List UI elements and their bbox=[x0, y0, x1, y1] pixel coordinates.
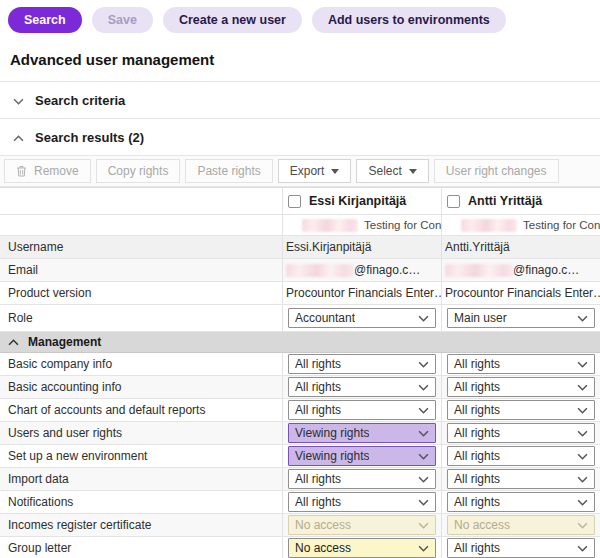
button-label: Remove bbox=[34, 164, 79, 178]
select-button[interactable]: Select bbox=[356, 159, 428, 183]
selected-option: All rights bbox=[454, 472, 500, 486]
table-row: RoleAccountantMain user bbox=[0, 305, 600, 332]
rights-select[interactable]: All rights bbox=[447, 377, 595, 397]
button-label: Select bbox=[368, 164, 401, 178]
chevron-down-icon bbox=[418, 384, 429, 391]
rights-select[interactable]: All rights bbox=[288, 492, 436, 512]
rights-select[interactable]: All rights bbox=[447, 423, 595, 443]
rights-select[interactable]: Viewing rights bbox=[288, 423, 436, 443]
row-label: Product version bbox=[0, 282, 282, 304]
results-table: Essi KirjanpitäjäAntti YrittäjäTesting f… bbox=[0, 187, 600, 558]
user-checkbox[interactable] bbox=[288, 195, 301, 208]
role-select[interactable]: Accountant bbox=[288, 308, 436, 328]
role-select[interactable]: Main user bbox=[447, 308, 595, 328]
rights-select[interactable]: No access bbox=[288, 515, 436, 535]
rights-select[interactable]: All rights bbox=[447, 354, 595, 374]
chevron-down-icon bbox=[577, 361, 588, 368]
chevron-down-icon bbox=[418, 315, 429, 322]
chevron-down-icon bbox=[577, 384, 588, 391]
username-cell: Essi.Kirjanpitäjä bbox=[282, 236, 441, 258]
row-label: Group letter bbox=[0, 537, 282, 558]
rights-select[interactable]: All rights bbox=[447, 446, 595, 466]
user-column-header: Antti Yrittäjä bbox=[441, 188, 600, 214]
copy-rights-button[interactable]: Copy rights bbox=[96, 159, 181, 183]
rights-select[interactable]: Viewing rights bbox=[288, 446, 436, 466]
product-version-cell: Procountor Financials Enter… bbox=[282, 282, 441, 304]
rights-select[interactable]: All rights bbox=[288, 377, 436, 397]
rights-select[interactable]: All rights bbox=[447, 492, 595, 512]
search-button[interactable]: Search bbox=[8, 7, 82, 33]
value-cell: All rights bbox=[441, 399, 600, 421]
row-label bbox=[0, 215, 282, 235]
email-cell: @finago.c… bbox=[282, 259, 441, 281]
group-label: Management bbox=[28, 335, 101, 349]
chevron-down-icon bbox=[577, 522, 588, 529]
rights-select[interactable]: All rights bbox=[447, 538, 595, 558]
chevron-down-icon bbox=[418, 476, 429, 483]
chevron-up-icon bbox=[13, 130, 24, 145]
table-row: Basic accounting infoAll rightsAll right… bbox=[0, 376, 600, 399]
chevron-down-icon bbox=[577, 430, 588, 437]
chevron-down-icon bbox=[418, 361, 429, 368]
selected-option: All rights bbox=[295, 380, 341, 394]
value-cell: All rights bbox=[441, 376, 600, 398]
value-cell: No access bbox=[282, 537, 441, 558]
value-cell: All rights bbox=[282, 468, 441, 490]
rights-select[interactable]: All rights bbox=[288, 400, 436, 420]
environment-row: Testing for Conte…Testing for Conte… bbox=[0, 215, 600, 236]
management-group-header[interactable]: Management bbox=[0, 332, 600, 353]
chevron-down-icon bbox=[418, 407, 429, 414]
title-row: Advanced user management bbox=[0, 41, 600, 81]
rights-select[interactable]: No access bbox=[447, 515, 595, 535]
add-users-to-environments-button[interactable]: Add users to environments bbox=[312, 7, 506, 33]
value-cell: Accountant bbox=[282, 305, 441, 331]
table-header-row: Essi KirjanpitäjäAntti Yrittäjä bbox=[0, 188, 600, 215]
chevron-down-icon bbox=[577, 315, 588, 322]
search-results-section-header[interactable]: Search results (2) bbox=[0, 118, 600, 155]
value-text: @finago.c… bbox=[354, 263, 420, 277]
selected-option: All rights bbox=[454, 403, 500, 417]
user-checkbox[interactable] bbox=[447, 195, 460, 208]
selected-option: Accountant bbox=[295, 311, 355, 325]
value-cell: All rights bbox=[282, 376, 441, 398]
table-row: Email@finago.c…@finago.c… bbox=[0, 259, 600, 282]
redacted-block bbox=[461, 219, 517, 232]
user-name: Antti Yrittäjä bbox=[468, 194, 542, 208]
chevron-down-icon bbox=[418, 522, 429, 529]
row-label: Email bbox=[0, 259, 282, 281]
search-criteria-section-header[interactable]: Search criteria bbox=[0, 81, 600, 118]
selected-option: Viewing rights bbox=[295, 449, 369, 463]
remove-button[interactable]: Remove bbox=[4, 159, 91, 183]
selected-option: Main user bbox=[454, 311, 507, 325]
paste-rights-button[interactable]: Paste rights bbox=[185, 159, 272, 183]
rights-select[interactable]: All rights bbox=[288, 354, 436, 374]
chevron-down-icon bbox=[418, 545, 429, 552]
value-cell: All rights bbox=[441, 468, 600, 490]
chevron-down-icon bbox=[577, 476, 588, 483]
value-text: @finago.c… bbox=[513, 263, 579, 277]
row-label: Basic company info bbox=[0, 353, 282, 375]
table-row: Users and user rightsViewing rightsAll r… bbox=[0, 422, 600, 445]
export-button[interactable]: Export bbox=[278, 159, 352, 183]
redacted-block bbox=[445, 264, 513, 277]
button-label: User right changes bbox=[446, 164, 547, 178]
table-row: Product versionProcountor Financials Ent… bbox=[0, 282, 600, 305]
table-row: Basic company infoAll rightsAll rights bbox=[0, 353, 600, 376]
rights-select[interactable]: No access bbox=[288, 538, 436, 558]
create-new-user-button[interactable]: Create a new user bbox=[163, 7, 302, 33]
value-cell: All rights bbox=[441, 537, 600, 558]
rights-select[interactable]: All rights bbox=[447, 400, 595, 420]
row-label: Basic accounting info bbox=[0, 376, 282, 398]
selected-option: All rights bbox=[454, 357, 500, 371]
row-label: Import data bbox=[0, 468, 282, 490]
save-button[interactable]: Save bbox=[92, 7, 153, 33]
rights-select[interactable]: All rights bbox=[447, 469, 595, 489]
selected-option: No access bbox=[295, 541, 351, 555]
selected-option: All rights bbox=[454, 449, 500, 463]
value-cell: All rights bbox=[441, 353, 600, 375]
user-right-changes-button[interactable]: User right changes bbox=[434, 159, 559, 183]
rights-select[interactable]: All rights bbox=[288, 469, 436, 489]
row-label: Notifications bbox=[0, 491, 282, 513]
value-text: Essi.Kirjanpitäjä bbox=[286, 240, 371, 254]
chevron-down-icon bbox=[577, 499, 588, 506]
